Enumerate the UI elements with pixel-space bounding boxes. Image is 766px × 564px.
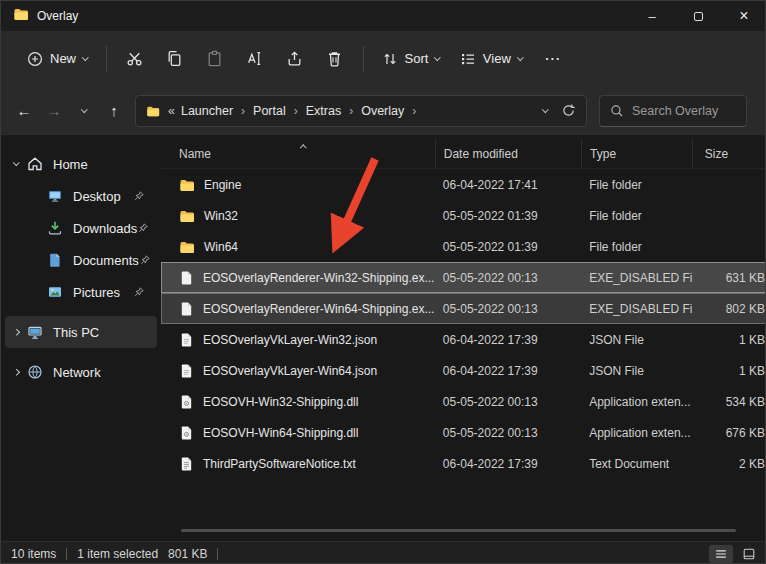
file-date: 05-05-2022 00:13	[435, 426, 581, 440]
file-type: File folder	[581, 178, 692, 192]
horizontal-scrollbar[interactable]	[181, 529, 736, 532]
folder-icon	[13, 6, 29, 26]
desktop-icon	[47, 188, 63, 204]
divider	[66, 548, 67, 560]
recent-locations-button[interactable]	[69, 95, 99, 127]
file-row[interactable]: EOSOverlayVkLayer-Win64.json 06-04-2022 …	[161, 355, 766, 386]
file-name: EOSOverlayRenderer-Win64-Shipping.ex...	[203, 302, 434, 316]
file-row-selected[interactable]: EOSOverlayRenderer-Win64-Shipping.ex... …	[161, 293, 766, 324]
breadcrumb-item[interactable]: Overlay	[359, 104, 406, 118]
navigation-pane: Home Desktop Downloads Documents Picture…	[1, 136, 161, 541]
address-dropdown-chevron-icon[interactable]	[542, 106, 548, 112]
file-date: 06-04-2022 17:39	[435, 333, 581, 347]
chevron-right-icon[interactable]	[13, 369, 19, 375]
file-date: 05-05-2022 01:39	[435, 209, 581, 223]
file-date: 05-05-2022 01:39	[435, 240, 581, 254]
divider	[363, 46, 364, 72]
sidebar-item-desktop[interactable]: Desktop	[5, 180, 157, 212]
file-row[interactable]: Win32 05-05-2022 01:39 File folder	[161, 200, 766, 231]
up-button[interactable]: ↑	[99, 95, 129, 127]
large-icons-view-icon	[742, 547, 756, 561]
chevron-down-icon	[434, 54, 440, 60]
status-bar: 10 items 1 item selected 801 KB	[1, 541, 766, 564]
file-name: Win64	[204, 240, 238, 254]
breadcrumb-separator[interactable]: ›	[343, 104, 359, 118]
breadcrumb-separator[interactable]: ›	[235, 104, 251, 118]
sidebar-item-downloads[interactable]: Downloads	[5, 212, 157, 244]
breadcrumb-separator[interactable]: ›	[406, 104, 422, 118]
file-row[interactable]: Engine 06-04-2022 17:41 File folder	[161, 169, 766, 200]
cut-button[interactable]	[115, 41, 155, 77]
file-type: Application exten...	[581, 395, 692, 409]
paste-button[interactable]	[195, 41, 235, 77]
more-options-button[interactable]: ⋯	[532, 49, 573, 68]
column-headers: Name Date modified Type Size	[161, 139, 766, 169]
file-date: 06-04-2022 17:39	[435, 457, 581, 471]
file-icon	[179, 301, 194, 316]
new-button[interactable]: New	[17, 43, 98, 75]
sidebar-item-home[interactable]: Home	[5, 148, 157, 180]
chevron-right-icon[interactable]	[13, 329, 19, 335]
sort-button[interactable]: Sort	[372, 43, 450, 75]
pin-icon	[133, 286, 145, 298]
downloads-icon	[47, 220, 63, 236]
maximize-button[interactable]	[675, 1, 721, 31]
large-icons-view-button[interactable]	[737, 545, 761, 563]
address-bar[interactable]: « Launcher › Portal › Extras › Overlay ›	[135, 95, 587, 127]
column-header-type[interactable]: Type	[581, 139, 692, 168]
text-file-icon	[179, 456, 194, 471]
file-name: Win32	[204, 209, 238, 223]
documents-icon	[47, 252, 63, 268]
file-rows: Engine 06-04-2022 17:41 File folder Win3…	[161, 169, 766, 479]
file-row[interactable]: EOSOVH-Win64-Shipping.dll 05-05-2022 00:…	[161, 417, 766, 448]
breadcrumb-item[interactable]: Launcher	[179, 104, 235, 118]
view-button[interactable]: View	[450, 43, 532, 75]
share-icon	[286, 50, 303, 67]
rename-button[interactable]	[235, 41, 275, 77]
file-size: 2 KB	[692, 457, 766, 471]
back-button[interactable]: ←	[9, 95, 39, 127]
file-type: File folder	[581, 209, 692, 223]
sort-icon	[382, 51, 398, 67]
file-type: JSON File	[581, 333, 692, 347]
new-label: New	[50, 51, 76, 66]
sidebar-item-this-pc[interactable]: This PC	[5, 316, 157, 348]
sidebar-item-documents[interactable]: Documents	[5, 244, 157, 276]
chevron-down-icon[interactable]	[13, 159, 19, 165]
json-file-icon	[179, 363, 194, 378]
sidebar-item-pictures[interactable]: Pictures	[5, 276, 157, 308]
file-row[interactable]: Win64 05-05-2022 01:39 File folder	[161, 231, 766, 262]
this-pc-icon	[27, 324, 43, 340]
forward-button[interactable]: →	[39, 95, 69, 127]
column-header-date-modified[interactable]: Date modified	[435, 139, 581, 168]
search-input[interactable]	[632, 104, 732, 118]
file-row-selected[interactable]: EOSOverlayRenderer-Win32-Shipping.ex... …	[161, 262, 766, 293]
sidebar-item-network[interactable]: Network	[5, 356, 157, 388]
copy-icon	[166, 50, 183, 67]
dll-file-icon	[179, 425, 194, 440]
breadcrumb-overflow[interactable]: «	[160, 104, 179, 118]
file-icon	[179, 270, 194, 285]
column-header-size[interactable]: Size	[692, 139, 766, 168]
file-type: EXE_DISABLED File	[581, 271, 692, 285]
file-row[interactable]: EOSOverlayVkLayer-Win32.json 06-04-2022 …	[161, 324, 766, 355]
home-icon	[27, 156, 43, 172]
file-date: 06-04-2022 17:39	[435, 364, 581, 378]
search-box[interactable]	[599, 95, 747, 127]
file-row[interactable]: EOSOVH-Win32-Shipping.dll 05-05-2022 00:…	[161, 386, 766, 417]
close-button[interactable]: ×	[721, 1, 766, 31]
refresh-icon[interactable]	[561, 103, 576, 118]
breadcrumb-separator[interactable]: ›	[288, 104, 304, 118]
breadcrumb-item[interactable]: Extras	[304, 104, 343, 118]
minimize-button[interactable]: –	[629, 1, 675, 31]
delete-button[interactable]	[315, 41, 355, 77]
breadcrumb-item[interactable]: Portal	[251, 104, 288, 118]
details-view-button[interactable]	[709, 545, 733, 563]
copy-button[interactable]	[155, 41, 195, 77]
divider	[217, 548, 218, 560]
column-header-name[interactable]: Name	[161, 139, 435, 168]
file-row[interactable]: ThirdPartySoftwareNotice.txt 06-04-2022 …	[161, 448, 766, 479]
share-button[interactable]	[275, 41, 315, 77]
selection-info: 1 item selected	[77, 547, 158, 561]
dll-file-icon	[179, 394, 194, 409]
